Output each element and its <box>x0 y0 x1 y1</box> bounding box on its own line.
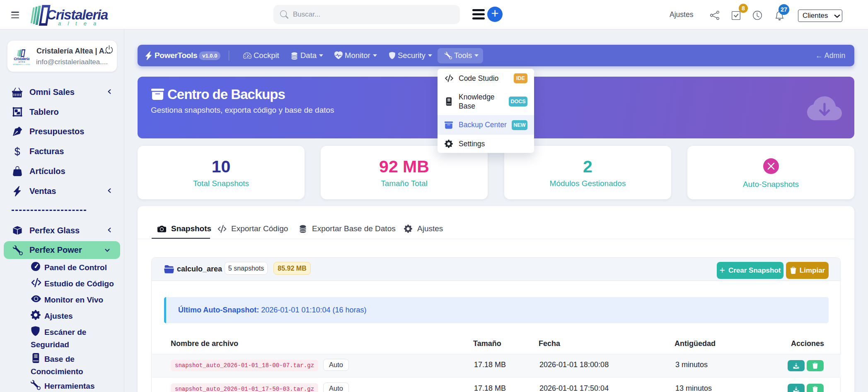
svg-text:CERRAMIENTO Y VIDRIO: CERRAMIENTO Y VIDRIO <box>13 64 30 65</box>
svg-text:altea: altea <box>19 60 26 63</box>
svg-text:altea: altea <box>58 20 103 27</box>
